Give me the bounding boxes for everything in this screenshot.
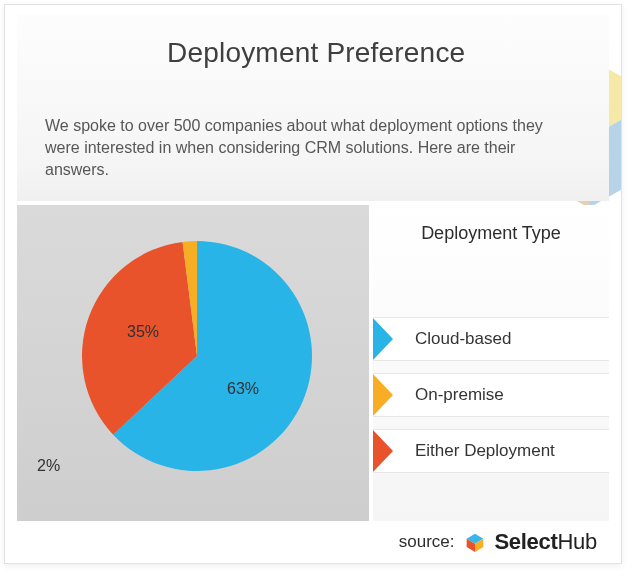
chart-area: 63% 35% 2% xyxy=(17,205,369,521)
legend-title: Deployment Type xyxy=(373,223,609,244)
legend-label: Either Deployment xyxy=(415,441,609,461)
legend-label: On-premise xyxy=(415,385,609,405)
source-line: source: SelectHub xyxy=(399,529,597,555)
slice-label-cloud: 63% xyxy=(227,380,259,398)
selecthub-logo-icon xyxy=(465,532,485,552)
legend: Deployment Type Cloud-basedOn-premiseEit… xyxy=(373,205,609,521)
slice-label-onprem: 2% xyxy=(37,457,60,475)
legend-arrow-icon xyxy=(373,430,393,472)
legend-row: On-premise xyxy=(373,373,609,417)
legend-row: Either Deployment xyxy=(373,429,609,473)
pie-chart xyxy=(82,241,312,471)
page-title: Deployment Preference xyxy=(167,37,465,69)
infographic-card: Deployment Preference We spoke to over 5… xyxy=(4,4,622,564)
slice-label-either: 35% xyxy=(127,323,159,341)
legend-arrow-icon xyxy=(373,318,393,360)
legend-label: Cloud-based xyxy=(415,329,609,349)
source-prefix: source: xyxy=(399,532,455,552)
header: Deployment Preference We spoke to over 5… xyxy=(17,15,609,201)
selecthub-wordmark: SelectHub xyxy=(495,529,598,555)
legend-arrow-icon xyxy=(373,374,393,416)
legend-row: Cloud-based xyxy=(373,317,609,361)
lead-paragraph: We spoke to over 500 companies about wha… xyxy=(45,115,575,181)
